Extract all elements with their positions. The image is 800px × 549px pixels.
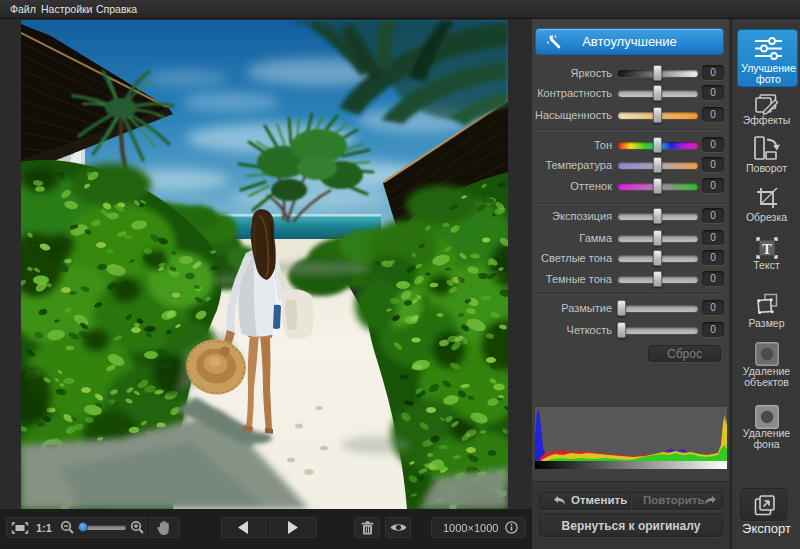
svg-text:T: T	[762, 242, 772, 257]
